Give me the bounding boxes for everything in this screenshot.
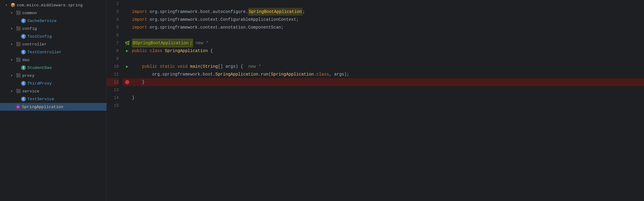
sidebar-item-TestController[interactable]: C TestController (0, 48, 106, 56)
sidebar-item-CacheService[interactable]: C CacheService (0, 17, 106, 25)
sidebar-item-label: TestController (27, 50, 61, 54)
gear-badge: ⚙ (16, 104, 20, 109)
sidebar-item-label: config (22, 26, 37, 31)
code-line-9 (132, 55, 644, 63)
sidebar-item-dao[interactable]: ▾ ⬛ dao (0, 56, 106, 64)
class-badge: C (21, 97, 26, 101)
code-line-4: import org.springframework.context.Confi… (132, 16, 644, 23)
folder-icon: 📦 (10, 3, 16, 7)
class-badge: C (21, 50, 26, 54)
editor-gutter: 🌿 ▶ ▶ (122, 0, 132, 201)
sidebar-item-ThirdProxy[interactable]: C ThirdProxy (0, 79, 106, 87)
class-badge: C (21, 18, 26, 23)
run-gutter-10[interactable]: ▶ (122, 63, 132, 70)
folder-icon: ⬛ (16, 26, 21, 31)
sidebar-item-label: TestService (27, 97, 54, 101)
interface-badge: I (21, 65, 26, 70)
code-line-11: org.springframework.boot.SpringApplicati… (132, 70, 644, 78)
sidebar-item-label: ToolConfig (27, 34, 52, 39)
expand-arrow: ▾ (5, 3, 10, 7)
code-line-13 (132, 86, 644, 94)
sidebar-item-label: service (22, 89, 39, 94)
code-line-15 (132, 102, 644, 110)
sidebar-item-label: proxy (22, 73, 35, 78)
code-line-10: public static void main(String[] args) {… (132, 63, 644, 70)
sidebar-item-ToolConfig[interactable]: C ToolConfig (0, 32, 106, 40)
sidebar-item-config[interactable]: ▾ ⬛ config (0, 25, 106, 32)
folder-icon: ⬛ (16, 73, 21, 78)
folder-icon: ⬛ (16, 89, 21, 93)
class-badge: C (21, 34, 26, 39)
sidebar-item-service[interactable]: ▾ ⬛ service (0, 87, 106, 95)
sidebar-item-label: controller (22, 42, 47, 47)
run-icon[interactable]: ▶ (126, 64, 128, 69)
sidebar-item-proxy[interactable]: ▾ ⬛ proxy (0, 72, 106, 79)
code-line-14: } (132, 94, 644, 102)
code-line-12: } (132, 78, 644, 86)
leaf-icon[interactable]: 🌿 (125, 41, 130, 46)
code-line-5: import org.springframework.context.annot… (132, 23, 644, 31)
code-editor: 2 3 4 5 6 7 8 9 10 11 12 13 14 15 🌿 (107, 0, 644, 201)
sidebar-item-TestService[interactable]: C TestService (0, 95, 106, 103)
line-numbers: 2 3 4 5 6 7 8 9 10 11 12 13 14 15 (107, 0, 122, 201)
code-line-3: import org.springframework.boot.autoconf… (132, 8, 644, 16)
code-content[interactable]: import org.springframework.boot.autoconf… (132, 0, 644, 201)
code-line-7: @SpringBootApplication| new * (132, 39, 644, 47)
code-line-8: public class SpringApplication { (132, 47, 644, 55)
file-tree[interactable]: ▾ 📦 com.miico.middleware.spring ▾ ⬛ comm… (0, 0, 107, 201)
breakpoint-icon[interactable] (125, 80, 129, 84)
sidebar-item-label: com.miico.middleware.spring (17, 3, 83, 8)
code-line-6 (132, 31, 644, 39)
leaf-gutter-7: 🌿 (122, 39, 132, 47)
sidebar-item-root[interactable]: ▾ 📦 com.miico.middleware.spring (0, 1, 106, 9)
sidebar-item-common[interactable]: ▾ ⬛ common (0, 9, 106, 17)
folder-icon: ⬛ (16, 58, 21, 62)
folder-icon: ⬛ (16, 42, 21, 46)
sidebar-item-label: SpringApplication (22, 105, 63, 109)
sidebar-item-StudentDao[interactable]: I StudentDao (0, 64, 106, 72)
run-icon[interactable]: ▶ (126, 48, 128, 53)
sidebar-item-label: StudentDao (27, 66, 52, 70)
folder-icon: ⬛ (16, 11, 21, 15)
sidebar-item-controller[interactable]: ▾ ⬛ controller (0, 40, 106, 48)
sidebar-item-label: ThirdProxy (27, 81, 52, 86)
sidebar-item-SpringApplication[interactable]: ⚙ SpringApplication (0, 103, 106, 111)
class-badge: C (21, 81, 26, 86)
breakpoint-gutter-12[interactable] (122, 78, 132, 86)
run-gutter-8[interactable]: ▶ (122, 47, 132, 55)
sidebar-item-label: dao (22, 58, 29, 62)
sidebar-item-label: common (22, 11, 37, 15)
code-line-2 (132, 0, 644, 8)
sidebar-item-label: CacheService (27, 19, 57, 23)
